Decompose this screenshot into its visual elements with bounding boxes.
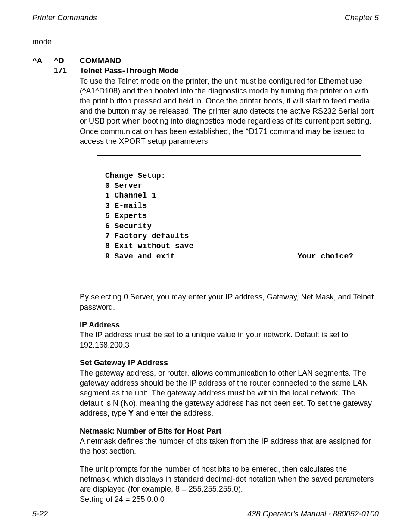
header-left: Printer Commands [32, 13, 97, 23]
code-line-1: 0 Server [105, 181, 142, 190]
netmask-body3: Setting of 24 = 255.0.0.0 [80, 495, 379, 504]
page-header: Printer Commands Chapter 5 [32, 13, 379, 24]
gateway-bold-y: Y [128, 409, 134, 417]
gateway-body: The gateway address, or router, allows c… [80, 368, 379, 419]
col-command-header: COMMAND [80, 56, 379, 66]
gateway-body-pre: The gateway address, or router, allows c… [80, 369, 372, 418]
col-d-header: ^D [54, 56, 80, 66]
ip-section: IP Address The IP address must be set to… [80, 320, 379, 350]
server-note: By selecting 0 Server, you may enter you… [80, 292, 379, 312]
command-title: Telnet Pass-Through Mode [80, 66, 179, 75]
footer-right: 438 Operator's Manual - 880052-0100 [247, 509, 379, 519]
code-line-2: 1 Channel 1 [105, 191, 156, 200]
code-line-5: 6 Security [105, 222, 152, 230]
netmask-body1: A netmask defines the number of bits tak… [80, 436, 379, 457]
code-line-8: 9 Save and exitYour choice? [105, 252, 353, 261]
code-line-8-right: Your choice? [297, 252, 353, 261]
command-body: Telnet Pass-Through Mode To use the Teln… [80, 66, 379, 146]
col-a-empty [32, 66, 54, 146]
netmask-section: Netmask: Number of Bits for Host Part A … [80, 426, 379, 457]
code-line-7: 8 Exit without save [105, 242, 193, 250]
gateway-section: Set Gateway IP Address The gateway addre… [80, 358, 379, 418]
header-right: Chapter 5 [345, 13, 379, 23]
code-line-6: 7 Factory defaults [105, 232, 189, 240]
command-intro: To use the Telnet mode on the printer, t… [80, 77, 374, 146]
gateway-heading: Set Gateway IP Address [80, 358, 379, 368]
footer-left: 5-22 [32, 509, 48, 519]
netmask-body2: The unit prompts for the number of host … [80, 464, 379, 495]
code-line-4: 5 Experts [105, 212, 147, 220]
ip-heading: IP Address [80, 320, 379, 330]
indented-content: Change Setup: 0 Server 1 Channel 1 3 E-m… [80, 155, 379, 504]
command-header-row: ^A ^D COMMAND 171 Telnet Pass-Through Mo… [32, 56, 379, 147]
code-line-3: 3 E-mails [105, 202, 147, 210]
continuation-text: mode. [32, 37, 379, 47]
netmask-section-2: The unit prompts for the number of host … [80, 464, 379, 505]
ip-body: The IP address must be set to a unique v… [80, 330, 379, 350]
netmask-heading: Netmask: Number of Bits for Host Part [80, 426, 379, 436]
page-footer: 5-22 438 Operator's Manual - 880052-0100 [32, 508, 379, 519]
command-number: 171 [54, 66, 80, 146]
code-line-8-left: 9 Save and exit [105, 252, 175, 261]
col-a-header: ^A [32, 56, 54, 66]
code-line-0: Change Setup: [105, 171, 165, 180]
gateway-body-post: and enter the address. [134, 409, 213, 417]
terminal-box: Change Setup: 0 Server 1 Channel 1 3 E-m… [97, 155, 361, 279]
